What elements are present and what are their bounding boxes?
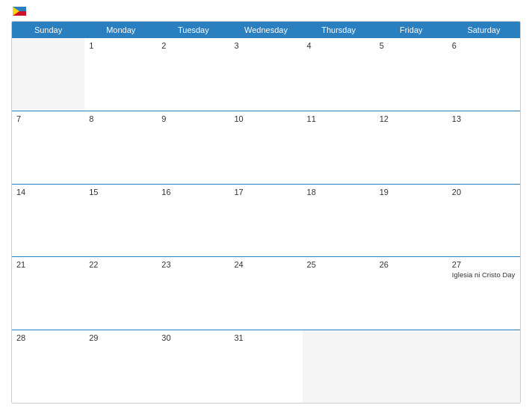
calendar-cell: 23 bbox=[157, 257, 229, 330]
calendar-cell: 12 bbox=[375, 111, 448, 184]
calendar-cell: 9 bbox=[157, 111, 229, 184]
day-number: 1 bbox=[89, 41, 152, 50]
calendar-cell: 22 bbox=[84, 257, 157, 330]
calendar-header-cell: Thursday bbox=[303, 22, 375, 38]
day-number: 5 bbox=[380, 41, 443, 50]
day-number: 27 bbox=[452, 260, 516, 269]
calendar-header-row: SundayMondayTuesdayWednesdayThursdayFrid… bbox=[12, 22, 520, 38]
calendar-cell: 24 bbox=[229, 257, 302, 330]
day-number: 13 bbox=[452, 114, 516, 123]
day-number: 11 bbox=[307, 114, 371, 123]
calendar-cell: 15 bbox=[84, 185, 157, 257]
calendar-cell bbox=[375, 330, 448, 403]
day-number: 19 bbox=[380, 188, 443, 197]
day-number: 9 bbox=[161, 114, 225, 123]
calendar-cell: 8 bbox=[84, 111, 157, 184]
calendar-header-cell: Tuesday bbox=[157, 22, 229, 38]
calendar-cell: 19 bbox=[375, 185, 448, 257]
day-number: 23 bbox=[161, 260, 225, 269]
calendar-cell: 14 bbox=[12, 185, 84, 257]
calendar: SundayMondayTuesdayWednesdayThursdayFrid… bbox=[11, 21, 521, 404]
day-number: 21 bbox=[16, 260, 80, 269]
day-number: 6 bbox=[452, 41, 516, 50]
calendar-cell: 5 bbox=[375, 38, 448, 111]
logo-general-row bbox=[11, 7, 26, 16]
day-number: 29 bbox=[89, 333, 152, 342]
day-number: 22 bbox=[89, 260, 152, 269]
calendar-cell: 28 bbox=[12, 330, 84, 403]
page-wrapper: SundayMondayTuesdayWednesdayThursdayFrid… bbox=[0, 0, 532, 411]
day-number: 25 bbox=[307, 260, 371, 269]
day-number: 31 bbox=[234, 333, 297, 342]
calendar-cell: 3 bbox=[229, 38, 302, 111]
calendar-cell: 27Iglesia ni Cristo Day bbox=[448, 257, 520, 330]
calendar-cell: 2 bbox=[157, 38, 229, 111]
day-number: 18 bbox=[307, 188, 371, 197]
calendar-cell: 4 bbox=[303, 38, 375, 111]
day-number: 3 bbox=[234, 41, 297, 50]
day-number: 28 bbox=[16, 333, 80, 342]
calendar-cell: 6 bbox=[448, 38, 520, 111]
logo-flag-icon bbox=[13, 7, 26, 16]
calendar-cell: 20 bbox=[448, 185, 520, 257]
calendar-cell bbox=[303, 330, 375, 403]
day-number: 16 bbox=[161, 188, 225, 197]
calendar-cell: 26 bbox=[375, 257, 448, 330]
day-number: 12 bbox=[380, 114, 443, 123]
calendar-cell: 18 bbox=[303, 185, 375, 257]
calendar-week: 78910111213 bbox=[12, 111, 520, 185]
day-number: 8 bbox=[89, 114, 152, 123]
calendar-header-cell: Saturday bbox=[448, 22, 520, 38]
day-number: 4 bbox=[307, 41, 371, 50]
day-number: 7 bbox=[16, 114, 80, 123]
day-number: 20 bbox=[452, 188, 516, 197]
calendar-week: 14151617181920 bbox=[12, 185, 520, 258]
calendar-cell: 30 bbox=[157, 330, 229, 403]
day-number: 15 bbox=[89, 188, 152, 197]
calendar-cell: 29 bbox=[84, 330, 157, 403]
calendar-cell: 13 bbox=[448, 111, 520, 184]
calendar-cell: 11 bbox=[303, 111, 375, 184]
calendar-cell bbox=[12, 38, 84, 111]
calendar-header-cell: Monday bbox=[84, 22, 157, 38]
calendar-cell: 7 bbox=[12, 111, 84, 184]
calendar-header-cell: Sunday bbox=[12, 22, 84, 38]
day-number: 14 bbox=[16, 188, 80, 197]
calendar-week: 21222324252627Iglesia ni Cristo Day bbox=[12, 257, 520, 330]
event-label: Iglesia ni Cristo Day bbox=[452, 271, 516, 279]
calendar-cell: 10 bbox=[229, 111, 302, 184]
calendar-body: 1234567891011121314151617181920212223242… bbox=[12, 38, 520, 403]
calendar-cell: 31 bbox=[229, 330, 302, 403]
calendar-header-cell: Wednesday bbox=[229, 22, 302, 38]
calendar-cell bbox=[448, 330, 520, 403]
calendar-week: 123456 bbox=[12, 38, 520, 111]
logo bbox=[11, 7, 26, 16]
calendar-header-cell: Friday bbox=[375, 22, 448, 38]
calendar-cell: 16 bbox=[157, 185, 229, 257]
day-number: 26 bbox=[380, 260, 443, 269]
calendar-cell: 21 bbox=[12, 257, 84, 330]
calendar-cell: 25 bbox=[303, 257, 375, 330]
day-number: 2 bbox=[161, 41, 225, 50]
day-number: 24 bbox=[234, 260, 297, 269]
calendar-cell: 1 bbox=[84, 38, 157, 111]
calendar-week: 28293031 bbox=[12, 330, 520, 403]
header bbox=[11, 7, 521, 16]
calendar-cell: 17 bbox=[229, 185, 302, 257]
day-number: 30 bbox=[161, 333, 225, 342]
day-number: 10 bbox=[234, 114, 297, 123]
day-number: 17 bbox=[234, 188, 297, 197]
